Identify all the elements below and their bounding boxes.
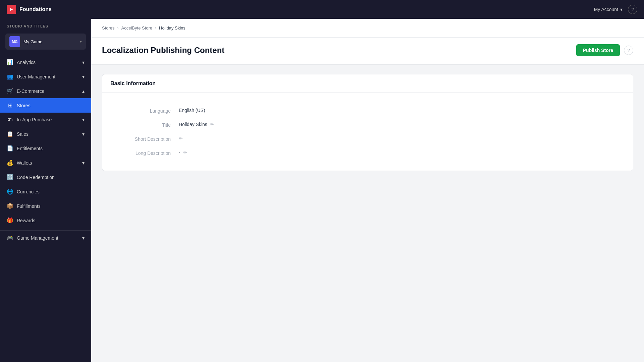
long-description-edit-icon[interactable]: ✏	[183, 150, 187, 155]
analytics-label: Analytics	[17, 60, 36, 65]
in-app-purchase-label: In-App Purchase	[17, 117, 52, 122]
sales-icon: 📋	[7, 131, 13, 137]
language-label: Language	[110, 108, 171, 114]
title-label: Title	[110, 122, 171, 128]
sidebar-item-game-management[interactable]: 🎮 Game Management ▾	[0, 231, 91, 245]
game-selector-chevron-icon: ▾	[80, 39, 82, 44]
wallets-icon: 💰	[7, 160, 13, 166]
page-help-icon: ?	[627, 48, 630, 53]
in-app-purchase-chevron-icon: ▾	[82, 117, 85, 122]
short-description-label: Short Description	[110, 136, 171, 142]
breadcrumb: Stores › AccelByte Store › Holiday Skins	[102, 25, 185, 31]
long-description-value: - ✏	[179, 150, 187, 155]
analytics-chevron-icon: ▾	[82, 60, 85, 65]
user-management-icon: 👥	[7, 73, 13, 80]
title-row: Title Holiday Skins ✏	[110, 118, 625, 132]
page-help-button[interactable]: ?	[624, 46, 633, 55]
sidebar-item-analytics[interactable]: 📊 Analytics ▾	[0, 55, 91, 69]
currencies-icon: 🌐	[7, 188, 13, 195]
top-nav: F Foundations My Account ▾ ?	[0, 0, 644, 19]
sidebar-item-sales[interactable]: 📋 Sales ▾	[0, 127, 91, 141]
breadcrumb-holiday-skins: Holiday Skins	[159, 25, 185, 31]
wallets-label: Wallets	[17, 160, 32, 166]
sidebar-item-wallets[interactable]: 💰 Wallets ▾	[0, 156, 91, 170]
sidebar-item-code-redemption[interactable]: 🔢 Code Redemption	[0, 170, 91, 184]
sidebar-item-fulfillments[interactable]: 📦 Fulfillments	[0, 199, 91, 213]
fulfillments-label: Fulfillments	[17, 203, 41, 209]
language-text: English (US)	[179, 108, 205, 113]
card-header: Basic Information	[102, 74, 633, 93]
title-value: Holiday Skins ✏	[179, 122, 214, 127]
content-body: Basic Information Language English (US) …	[91, 65, 644, 180]
sales-label: Sales	[17, 131, 29, 137]
user-management-label: User Management	[17, 74, 55, 79]
rewards-icon: 🎁	[7, 217, 13, 224]
ecommerce-label: E-Commerce	[17, 88, 44, 94]
help-button[interactable]: ?	[628, 5, 637, 14]
app-logo-icon: F	[7, 5, 16, 14]
sidebar-item-user-management[interactable]: 👥 User Management ▾	[0, 69, 91, 84]
entitlements-label: Entitlements	[17, 146, 43, 151]
sidebar-item-ecommerce[interactable]: 🛒 E-Commerce ▴	[0, 84, 91, 98]
game-avatar: MG	[9, 36, 20, 47]
fulfillments-icon: 📦	[7, 203, 13, 209]
app-body: STUDIO AND TITLES MG My Game ▾ 📊 Analyti…	[0, 19, 644, 362]
card-body: Language English (US) Title Holiday Skin…	[102, 93, 633, 171]
language-row: Language English (US)	[110, 104, 625, 118]
breadcrumb-sep-1: ›	[117, 26, 119, 31]
entitlements-icon: 📄	[7, 145, 13, 152]
currencies-label: Currencies	[17, 189, 40, 194]
title-bar-right: Publish Store ?	[576, 44, 633, 56]
top-nav-left: F Foundations	[7, 5, 52, 14]
top-nav-right: My Account ▾ ?	[594, 5, 637, 14]
code-redemption-label: Code Redemption	[17, 175, 55, 180]
sales-chevron-icon: ▾	[82, 131, 85, 137]
breadcrumb-stores[interactable]: Stores	[102, 25, 115, 31]
short-description-value: ✏	[179, 136, 183, 141]
app-name: Foundations	[19, 6, 52, 12]
game-name: My Game	[23, 39, 76, 44]
title-text: Holiday Skins	[179, 122, 207, 127]
game-selector[interactable]: MG My Game ▾	[5, 34, 86, 50]
game-management-chevron-icon: ▾	[82, 235, 85, 241]
sidebar: STUDIO AND TITLES MG My Game ▾ 📊 Analyti…	[0, 19, 91, 362]
game-management-label: Game Management	[17, 235, 58, 241]
content-header: Stores › AccelByte Store › Holiday Skins	[91, 19, 644, 38]
wallets-chevron-icon: ▾	[82, 160, 85, 166]
sidebar-item-entitlements[interactable]: 📄 Entitlements	[0, 141, 91, 156]
language-value: English (US)	[179, 108, 205, 113]
breadcrumb-sep-2: ›	[155, 26, 156, 31]
my-account-button[interactable]: My Account ▾	[594, 7, 623, 12]
my-account-chevron-icon: ▾	[620, 7, 623, 12]
game-management-icon: 🎮	[7, 235, 13, 241]
short-description-row: Short Description ✏	[110, 132, 625, 146]
analytics-icon: 📊	[7, 59, 13, 65]
publish-store-button[interactable]: Publish Store	[576, 44, 620, 56]
rewards-label: Rewards	[17, 218, 35, 223]
content-title-bar: Localization Publishing Content Publish …	[91, 38, 644, 65]
short-description-edit-icon[interactable]: ✏	[179, 136, 183, 141]
long-description-row: Long Description - ✏	[110, 146, 625, 160]
user-management-chevron-icon: ▾	[82, 74, 85, 79]
in-app-purchase-icon: 🛍	[7, 117, 13, 123]
breadcrumb-accelbyte-store[interactable]: AccelByte Store	[121, 25, 153, 31]
stores-icon: ⊞	[7, 102, 13, 109]
sidebar-item-currencies[interactable]: 🌐 Currencies	[0, 184, 91, 199]
stores-label: Stores	[17, 103, 30, 108]
ecommerce-icon: 🛒	[7, 88, 13, 94]
sidebar-item-stores[interactable]: ⊞ Stores	[0, 98, 91, 113]
code-redemption-icon: 🔢	[7, 174, 13, 180]
page-title: Localization Publishing Content	[102, 46, 224, 55]
main-content: Stores › AccelByte Store › Holiday Skins…	[91, 19, 644, 362]
studio-section-label: STUDIO AND TITLES	[0, 19, 91, 31]
sidebar-item-rewards[interactable]: 🎁 Rewards	[0, 213, 91, 228]
long-description-label: Long Description	[110, 150, 171, 156]
basic-information-card: Basic Information Language English (US) …	[102, 74, 633, 171]
ecommerce-chevron-icon: ▴	[82, 88, 85, 94]
sidebar-item-in-app-purchase[interactable]: 🛍 In-App Purchase ▾	[0, 113, 91, 127]
help-icon: ?	[631, 7, 634, 12]
title-edit-icon[interactable]: ✏	[210, 122, 214, 127]
card-title: Basic Information	[110, 80, 156, 86]
long-description-text: -	[179, 150, 180, 155]
my-account-label: My Account	[594, 7, 618, 12]
